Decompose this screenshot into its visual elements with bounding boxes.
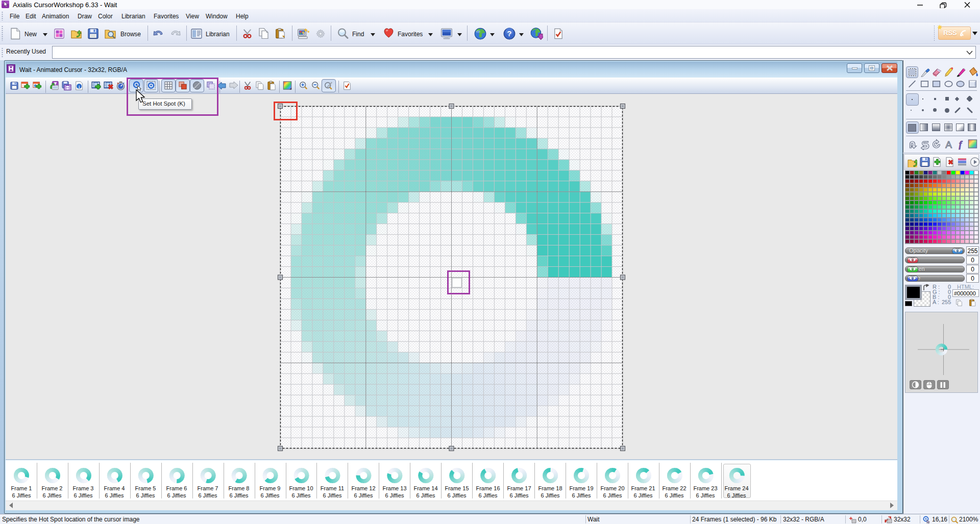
svg-text:A: A: [945, 139, 952, 150]
svg-text:?: ?: [507, 29, 511, 38]
svg-text:f: f: [959, 139, 963, 149]
